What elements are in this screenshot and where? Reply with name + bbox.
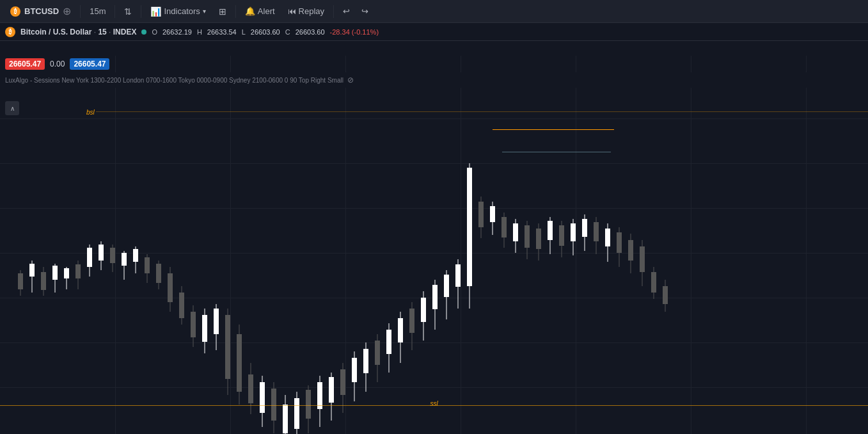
svg-rect-109 (640, 246, 645, 272)
undo-redo-group: ↩ ↪ (338, 4, 374, 19)
svg-rect-29 (179, 293, 184, 318)
ticker-label: BTCUSD (24, 6, 59, 16)
svg-rect-51 (306, 390, 311, 419)
svg-rect-43 (260, 382, 265, 413)
collapse-button[interactable]: ∧ (5, 101, 19, 115)
svg-rect-99 (582, 219, 587, 237)
svg-rect-39 (237, 334, 242, 392)
svg-rect-113 (663, 286, 668, 304)
bitcoin-icon: ₿ (10, 6, 20, 17)
svg-rect-75 (444, 275, 449, 297)
svg-rect-111 (651, 272, 656, 293)
alert-label: Alert (258, 6, 275, 16)
low-value: 26603.60 (251, 28, 280, 36)
svg-rect-59 (352, 358, 357, 382)
open-value: 26632.19 (162, 28, 192, 36)
svg-rect-45 (271, 389, 276, 421)
svg-rect-91 (536, 229, 541, 249)
svg-rect-107 (628, 240, 633, 261)
indicators-chevron-icon: ▾ (203, 8, 206, 15)
undo-button[interactable]: ↩ (338, 4, 355, 19)
compare-button[interactable]: ⇅ (119, 4, 137, 19)
svg-rect-77 (455, 264, 461, 287)
svg-rect-15 (99, 245, 104, 261)
layouts-icon: ⊞ (219, 6, 226, 17)
svg-rect-105 (617, 232, 622, 253)
eye-slash-icon[interactable]: ⊘ (347, 76, 354, 84)
redo-button[interactable]: ↪ (356, 4, 374, 19)
timeframe-selector[interactable]: 15m (84, 4, 111, 19)
svg-rect-5 (41, 272, 46, 290)
current-price-blue: 26605.47 (70, 58, 109, 70)
ssl-label: ssl (430, 400, 438, 407)
svg-rect-23 (145, 257, 150, 273)
bsl-line (96, 111, 868, 112)
svg-rect-87 (513, 223, 518, 241)
svg-rect-13 (87, 248, 92, 267)
svg-rect-83 (490, 206, 495, 222)
sep-1 (80, 5, 81, 18)
svg-rect-21 (133, 249, 138, 262)
candlestick-chart (0, 56, 868, 434)
candle-group-left (18, 163, 668, 434)
svg-rect-73 (432, 285, 438, 309)
svg-rect-101 (594, 222, 599, 241)
svg-rect-3 (29, 264, 35, 277)
timeframe-label: 15m (90, 6, 106, 16)
resistance-line-1 (493, 129, 614, 130)
svg-rect-63 (375, 341, 380, 365)
svg-rect-61 (363, 349, 368, 373)
low-label: L (242, 28, 246, 36)
svg-rect-93 (548, 221, 553, 240)
svg-rect-95 (559, 225, 564, 246)
chevron-up-icon: ∧ (10, 105, 15, 112)
replay-icon: ⏮ (288, 6, 296, 16)
indicators-label: Indicators (164, 6, 200, 16)
svg-rect-19 (122, 253, 127, 266)
toolbar: ₿ BTCUSD ⊕ 15m ⇅ 📊 Indicators ▾ ⊞ 🔔 Aler… (0, 0, 868, 23)
svg-rect-17 (110, 248, 115, 263)
svg-rect-89 (525, 225, 530, 248)
replay-button[interactable]: ⏮ Replay (283, 4, 329, 19)
svg-rect-33 (202, 315, 207, 342)
svg-rect-55 (329, 377, 334, 403)
sep-4 (235, 5, 236, 18)
svg-rect-103 (605, 229, 610, 246)
svg-rect-79 (467, 168, 472, 286)
undo-icon: ↩ (343, 6, 350, 16)
svg-rect-67 (398, 318, 403, 342)
resistance-line-2 (502, 152, 611, 152)
ticker-selector[interactable]: ₿ BTCUSD ⊕ (5, 4, 76, 19)
infobar: ₿ Bitcoin / U.S. Dollar · 15 · INDEX O 2… (0, 23, 868, 41)
svg-rect-81 (478, 202, 484, 227)
svg-rect-49 (294, 398, 299, 429)
indicators-button[interactable]: 📊 Indicators ▾ (145, 4, 210, 19)
redo-icon: ↪ (361, 6, 368, 16)
chart-area (0, 56, 868, 434)
svg-rect-25 (156, 264, 161, 283)
svg-rect-7 (52, 266, 58, 280)
sep-3 (141, 5, 141, 18)
close-value: 26603.60 (296, 28, 325, 36)
layouts-button[interactable]: ⊞ (214, 4, 232, 19)
indicator-label: LuxAlgo - Sessions New York 1300-2200 Lo… (5, 77, 343, 84)
high-value: 26633.54 (207, 28, 237, 36)
change-value: -28.34 (-0.11%) (330, 28, 379, 36)
symbol-full-name: Bitcoin / U.S. Dollar · 15 · INDEX (20, 28, 136, 36)
current-price-red: 26605.47 (5, 58, 45, 70)
svg-rect-65 (386, 330, 391, 354)
compare-icon: ⇅ (124, 6, 132, 17)
svg-rect-41 (248, 374, 253, 403)
svg-rect-47 (283, 405, 288, 433)
svg-rect-27 (168, 273, 173, 302)
alert-button[interactable]: 🔔 Alert (240, 4, 280, 19)
high-label: H (197, 28, 202, 36)
svg-rect-69 (409, 309, 414, 333)
open-label: O (152, 28, 157, 36)
add-ticker-button[interactable]: ⊕ (63, 6, 71, 17)
svg-rect-1 (18, 273, 23, 289)
close-label: C (285, 28, 290, 36)
sep-5 (333, 5, 334, 18)
sep-2 (114, 5, 115, 18)
svg-rect-31 (191, 312, 196, 337)
